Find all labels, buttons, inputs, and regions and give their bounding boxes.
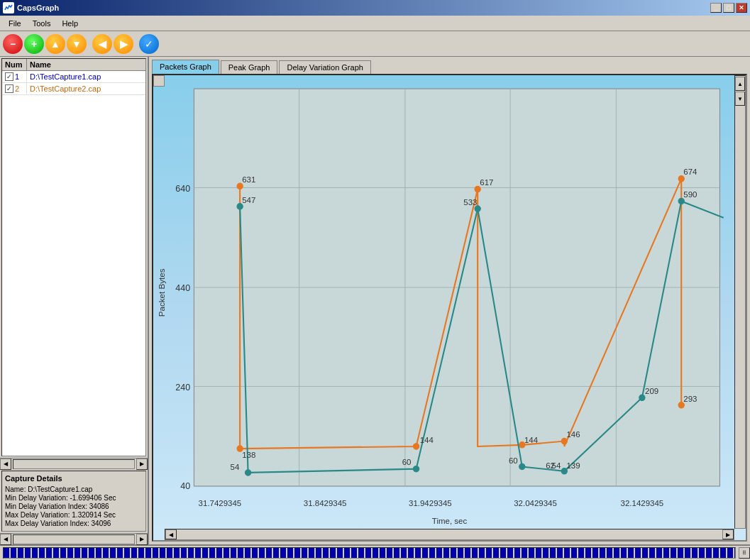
svg-point-29 bbox=[245, 470, 250, 476]
maximize-button[interactable]: □ bbox=[723, 3, 734, 13]
scroll-right-arrow-2[interactable]: ▶ bbox=[136, 534, 148, 545]
svg-point-27 bbox=[678, 402, 684, 408]
status-bar: ⠿ bbox=[0, 544, 750, 560]
svg-text:62: 62 bbox=[546, 461, 555, 470]
svg-text:144: 144 bbox=[420, 436, 434, 444]
minimize-button[interactable]: _ bbox=[710, 3, 722, 13]
svg-text:31.7429345: 31.7429345 bbox=[199, 499, 242, 507]
scroll-track[interactable] bbox=[13, 459, 135, 469]
svg-text:60: 60 bbox=[402, 458, 412, 466]
detail-max-delay: Max Delay Variation: 1.320914 Sec bbox=[5, 511, 143, 519]
svg-text:617: 617 bbox=[480, 178, 493, 187]
svg-text:31.9429345: 31.9429345 bbox=[409, 499, 452, 507]
file-list: Num Name 1 D:\TestCapture1.cap 2 D:\Test… bbox=[1, 58, 146, 456]
tab-bar: Packets Graph Peak Graph Delay Variation… bbox=[152, 60, 747, 74]
capture-details-title: Capture Details bbox=[5, 474, 143, 483]
left-panel-bottom-scrollbar[interactable]: ◀ ▶ bbox=[0, 533, 148, 544]
file-name-2: D:\TestCapture2.cap bbox=[27, 83, 145, 94]
capture-details: Capture Details Name: D:\TestCapture1.ca… bbox=[1, 471, 146, 532]
detail-max-delay-index: Max Delay Variation Index: 34096 bbox=[5, 520, 143, 527]
svg-point-22 bbox=[413, 444, 419, 449]
svg-text:440: 440 bbox=[175, 283, 190, 293]
detail-name: Name: D:\TestCapture1.cap bbox=[5, 485, 143, 493]
svg-text:40: 40 bbox=[180, 481, 190, 491]
add-button[interactable]: + bbox=[24, 34, 44, 54]
scroll-left-arrow[interactable]: ◀ bbox=[0, 459, 11, 470]
file-checkbox-2[interactable] bbox=[5, 84, 13, 93]
svg-text:631: 631 bbox=[242, 175, 255, 184]
tab-packets-graph[interactable]: Packets Graph bbox=[152, 60, 219, 74]
file-list-scrollbar[interactable]: ◀ ▶ bbox=[0, 458, 148, 469]
detail-min-delay: Min Delay Variation: -1.699406 Sec bbox=[5, 494, 143, 502]
svg-text:240: 240 bbox=[175, 383, 190, 392]
scroll-track-2[interactable] bbox=[13, 534, 135, 544]
svg-text:31.8429345: 31.8429345 bbox=[304, 499, 347, 507]
svg-text:533: 533 bbox=[463, 198, 477, 207]
right-panel: Packets Graph Peak Graph Delay Variation… bbox=[149, 57, 750, 544]
svg-text:640: 640 bbox=[175, 184, 190, 194]
tab-delay-variation-graph[interactable]: Delay Variation Graph bbox=[279, 60, 370, 74]
svg-point-25 bbox=[561, 438, 567, 444]
graph-svg: 640 440 240 40 31.7429345 31.8429345 31.… bbox=[153, 75, 746, 540]
svg-text:293: 293 bbox=[683, 394, 697, 402]
svg-text:60: 60 bbox=[509, 456, 518, 465]
svg-point-31 bbox=[475, 206, 480, 212]
svg-text:146: 146 bbox=[566, 430, 580, 439]
left-panel: Num Name 1 D:\TestCapture1.cap 2 D:\Test… bbox=[0, 57, 149, 544]
remove-button[interactable]: − bbox=[3, 34, 23, 54]
prev-button[interactable]: ◀ bbox=[92, 34, 112, 54]
svg-text:590: 590 bbox=[683, 190, 697, 199]
toolbar: − + ▲ ▼ ◀ ▶ ✓ bbox=[0, 31, 750, 57]
tab-peak-graph[interactable]: Peak Graph bbox=[221, 60, 278, 74]
menu-tools[interactable]: Tools bbox=[27, 18, 57, 29]
svg-text:144: 144 bbox=[524, 436, 539, 444]
svg-point-35 bbox=[678, 198, 684, 204]
svg-text:138: 138 bbox=[242, 451, 255, 459]
file-row-2[interactable]: 2 D:\TestCapture2.cap bbox=[2, 83, 145, 95]
app-icon bbox=[3, 2, 14, 13]
check-button[interactable]: ✓ bbox=[139, 34, 159, 54]
menu-help[interactable]: Help bbox=[56, 18, 84, 29]
svg-point-32 bbox=[519, 463, 525, 469]
detail-min-delay-index: Min Delay Variation Index: 34086 bbox=[5, 503, 143, 510]
file-checkbox-1[interactable] bbox=[5, 72, 13, 81]
col-num-header: Num bbox=[2, 59, 27, 70]
file-row-1[interactable]: 1 D:\TestCapture1.cap bbox=[2, 71, 145, 83]
svg-point-23 bbox=[475, 186, 480, 192]
menu-file[interactable]: File bbox=[3, 18, 27, 29]
svg-text:Time, sec: Time, sec bbox=[432, 517, 468, 525]
svg-text:32.0429345: 32.0429345 bbox=[514, 499, 557, 507]
down-button[interactable]: ▼ bbox=[67, 34, 87, 54]
col-name-header: Name bbox=[27, 59, 145, 70]
file-num-2: 2 bbox=[2, 83, 27, 94]
svg-text:Packet Bytes: Packet Bytes bbox=[158, 268, 166, 317]
svg-point-26 bbox=[678, 176, 684, 182]
svg-text:547: 547 bbox=[242, 196, 255, 204]
graph-container: ▲ ▼ ◀ ▶ bbox=[152, 74, 747, 542]
status-grip: ⠿ bbox=[739, 547, 750, 559]
main-layout: Num Name 1 D:\TestCapture1.cap 2 D:\Test… bbox=[0, 57, 750, 544]
svg-text:209: 209 bbox=[645, 387, 658, 395]
window-title: CapsGraph bbox=[17, 4, 59, 12]
svg-point-30 bbox=[413, 466, 419, 471]
file-name-1: D:\TestCapture1.cap bbox=[27, 71, 145, 82]
file-num-1: 1 bbox=[2, 71, 27, 82]
menu-bar: File Tools Help bbox=[0, 16, 750, 31]
next-button[interactable]: ▶ bbox=[114, 34, 133, 54]
scroll-right-arrow[interactable]: ▶ bbox=[136, 459, 148, 470]
svg-text:674: 674 bbox=[683, 168, 697, 176]
status-progress bbox=[3, 547, 736, 559]
svg-text:32.1429345: 32.1429345 bbox=[621, 499, 664, 507]
file-list-header: Num Name bbox=[2, 59, 145, 71]
svg-text:54: 54 bbox=[231, 463, 240, 471]
title-bar: CapsGraph _ □ ✕ bbox=[0, 0, 750, 16]
svg-point-28 bbox=[237, 204, 243, 209]
svg-point-20 bbox=[237, 183, 243, 189]
svg-text:139: 139 bbox=[566, 461, 580, 470]
scroll-left-arrow-2[interactable]: ◀ bbox=[0, 534, 11, 545]
up-button[interactable]: ▲ bbox=[45, 34, 65, 54]
window-controls: _ □ ✕ bbox=[710, 3, 747, 13]
svg-point-34 bbox=[639, 395, 645, 400]
close-button[interactable]: ✕ bbox=[736, 3, 747, 13]
